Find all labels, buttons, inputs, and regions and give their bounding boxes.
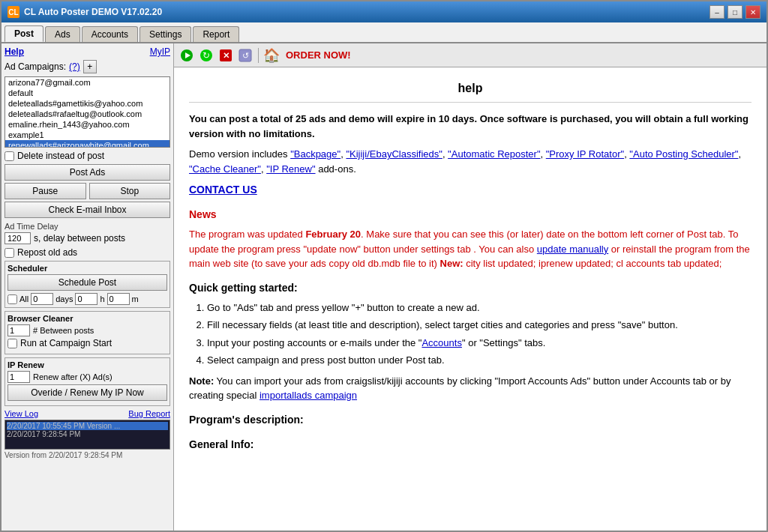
quick-start-item-2: Fill necessary fields (at least title an… bbox=[207, 318, 752, 333]
cache-link[interactable]: "Cache Cleaner" bbox=[189, 163, 261, 175]
quick-start-item-1: Go to "Ads" tab and press yellow "+" but… bbox=[207, 300, 752, 315]
account-item[interactable]: arizona77@gmail.com bbox=[5, 77, 170, 88]
kijiji-link[interactable]: "Kijiji/EbayClassifieds" bbox=[346, 148, 442, 160]
home-icon: 🏠 bbox=[263, 47, 280, 64]
account-item-selected[interactable]: renewallads#arizonawhite@gmail.com bbox=[5, 140, 170, 148]
repost-checkbox[interactable] bbox=[4, 248, 14, 258]
quick-start-item-4: Select campaign and press post button un… bbox=[207, 353, 752, 368]
schedule-post-button[interactable]: Schedule Post bbox=[8, 274, 167, 291]
proxy-link[interactable]: "Proxy IP Rotator" bbox=[546, 148, 624, 160]
demo-paragraph: Demo version includes "Backpage", "Kijij… bbox=[189, 147, 752, 176]
intro-text: You can post a total of 25 ads and demo … bbox=[189, 113, 748, 139]
scheduler-m-input[interactable] bbox=[107, 293, 130, 305]
campaigns-help[interactable]: (?) bbox=[69, 61, 80, 72]
content-area: help You can post a total of 25 ads and … bbox=[174, 67, 766, 531]
ip-suffix: Renew after (X) Ad(s) bbox=[33, 372, 112, 381]
tab-accounts[interactable]: Accounts bbox=[82, 26, 138, 42]
tab-report[interactable]: Report bbox=[193, 26, 239, 42]
tab-post[interactable]: Post bbox=[4, 25, 44, 42]
delete-checkbox-row: Delete instead of post bbox=[4, 151, 170, 161]
home-button[interactable]: 🏠 bbox=[263, 47, 280, 64]
refresh-icon: ↻ bbox=[200, 49, 213, 62]
time-delay-input[interactable] bbox=[4, 232, 31, 244]
accounts-list[interactable]: arizona77@gmail.com default deleteallads… bbox=[4, 76, 170, 148]
quick-start-item-3: Input your posting accounts or e-mails u… bbox=[207, 336, 752, 351]
delete-checkbox[interactable] bbox=[4, 151, 14, 161]
scheduler-all-checkbox[interactable] bbox=[8, 294, 17, 304]
contact-us-link[interactable]: CONTACT US bbox=[189, 184, 257, 196]
svg-text:🏠: 🏠 bbox=[263, 47, 280, 64]
ip-renew-title: IP Renew bbox=[8, 360, 167, 369]
stop-icon-button[interactable]: ✕ bbox=[218, 47, 234, 64]
play-button[interactable] bbox=[178, 47, 195, 64]
ip-input[interactable] bbox=[8, 371, 30, 383]
bc-input[interactable] bbox=[8, 324, 30, 336]
main-window: CL CL Auto Poster DEMO V17.02.20 – □ ✕ P… bbox=[0, 0, 768, 532]
campaigns-label: Ad Campaigns: bbox=[4, 61, 66, 72]
bc-checkbox[interactable] bbox=[8, 339, 17, 348]
bc-row: # Between posts bbox=[8, 324, 167, 336]
title-controls: – □ ✕ bbox=[710, 5, 760, 19]
tab-settings[interactable]: Settings bbox=[140, 26, 191, 42]
scheduler-h-label: h bbox=[100, 294, 104, 303]
pause-button[interactable]: Pause bbox=[4, 183, 86, 199]
scheduler-section: Scheduler Schedule Post All days h m bbox=[4, 261, 170, 308]
refresh-button[interactable]: ↻ bbox=[198, 47, 214, 64]
reload-icon: ↺ bbox=[238, 49, 252, 62]
accounts-link[interactable]: Accounts bbox=[422, 337, 461, 348]
right-panel: ↻ ✕ ↺ 🏠 bbox=[174, 43, 766, 531]
backpage-link[interactable]: "Backpage" bbox=[290, 148, 340, 160]
news-date: February 20 bbox=[305, 229, 361, 240]
account-item[interactable]: deleteallads#gamettikis@yahoo.com bbox=[5, 98, 170, 109]
play-icon bbox=[180, 49, 194, 62]
post-ads-button[interactable]: Post Ads bbox=[4, 164, 170, 181]
scheduler-m-label: m bbox=[132, 294, 139, 303]
myip-link[interactable]: MyIP bbox=[150, 46, 170, 57]
importallads-link[interactable]: importallads campaign bbox=[260, 390, 357, 401]
update-manually-link[interactable]: update manually bbox=[537, 244, 608, 255]
window-title: CL Auto Poster DEMO V17.02.20 bbox=[24, 7, 162, 17]
scheduler-h-input[interactable] bbox=[75, 293, 98, 305]
scheduler-all-label: All bbox=[20, 294, 28, 303]
repost-label: Repost old ads bbox=[17, 247, 77, 258]
help-link[interactable]: Help bbox=[4, 46, 24, 57]
scheduler-title: Scheduler bbox=[8, 264, 167, 273]
close-button[interactable]: ✕ bbox=[746, 5, 760, 19]
log-item[interactable]: 2/20/2017 10:55:45 PM Version ... bbox=[7, 422, 168, 430]
log-item[interactable]: 2/20/2017 9:28:54 PM bbox=[7, 430, 168, 438]
iprenew-link[interactable]: "IP Renew" bbox=[266, 163, 315, 175]
toolbar-separator bbox=[258, 48, 259, 63]
tab-ads[interactable]: Ads bbox=[45, 26, 80, 42]
left-panel: Help MyIP Ad Campaigns: (?) + arizona77@… bbox=[2, 43, 174, 531]
scheduler-days-label: days bbox=[56, 294, 73, 303]
time-delay-suffix: s, delay between posts bbox=[34, 233, 125, 244]
quick-start-title: Quick getting started: bbox=[189, 280, 752, 296]
title-bar: CL CL Auto Poster DEMO V17.02.20 – □ ✕ bbox=[2, 1, 766, 22]
reposter-link[interactable]: "Automatic Reposter" bbox=[448, 148, 540, 160]
note-paragraph: Note: You can import your ads from craig… bbox=[189, 374, 752, 403]
content-title: help bbox=[189, 79, 752, 103]
svg-text:↻: ↻ bbox=[202, 50, 210, 61]
svg-text:✕: ✕ bbox=[223, 51, 230, 60]
check-email-button[interactable]: Check E-mail Inbox bbox=[4, 202, 170, 218]
stop-button[interactable]: Stop bbox=[89, 183, 171, 199]
reload-button[interactable]: ↺ bbox=[237, 47, 254, 64]
add-campaign-button[interactable]: + bbox=[83, 60, 97, 73]
account-item[interactable]: emaline.rhein_1443@yahoo.com bbox=[5, 119, 170, 130]
account-item[interactable]: deleteallads#rafaeltug@outlook.com bbox=[5, 109, 170, 119]
time-delay-label: Ad Time Delay bbox=[4, 222, 170, 231]
minimize-button[interactable]: – bbox=[710, 5, 724, 19]
bug-report-link[interactable]: Bug Report bbox=[128, 409, 170, 418]
news-title: News bbox=[189, 207, 752, 223]
order-now-link[interactable]: ORDER NOW! bbox=[286, 49, 351, 61]
scheduler-days-input[interactable] bbox=[31, 293, 53, 305]
account-item[interactable]: default bbox=[5, 88, 170, 98]
account-item[interactable]: example1 bbox=[5, 130, 170, 140]
bc-label: Run at Campaign Start bbox=[20, 338, 112, 348]
intro-paragraph: You can post a total of 25 ads and demo … bbox=[189, 112, 752, 141]
override-ip-button[interactable]: Overide / Renew My IP Now bbox=[8, 384, 167, 401]
maximize-button[interactable]: □ bbox=[728, 5, 742, 19]
view-log-link[interactable]: View Log bbox=[4, 409, 38, 418]
scheduler-link[interactable]: "Auto Posting Scheduler" bbox=[629, 148, 738, 160]
version-text: Version from 2/20/2017 9:28:54 PM bbox=[4, 451, 170, 459]
